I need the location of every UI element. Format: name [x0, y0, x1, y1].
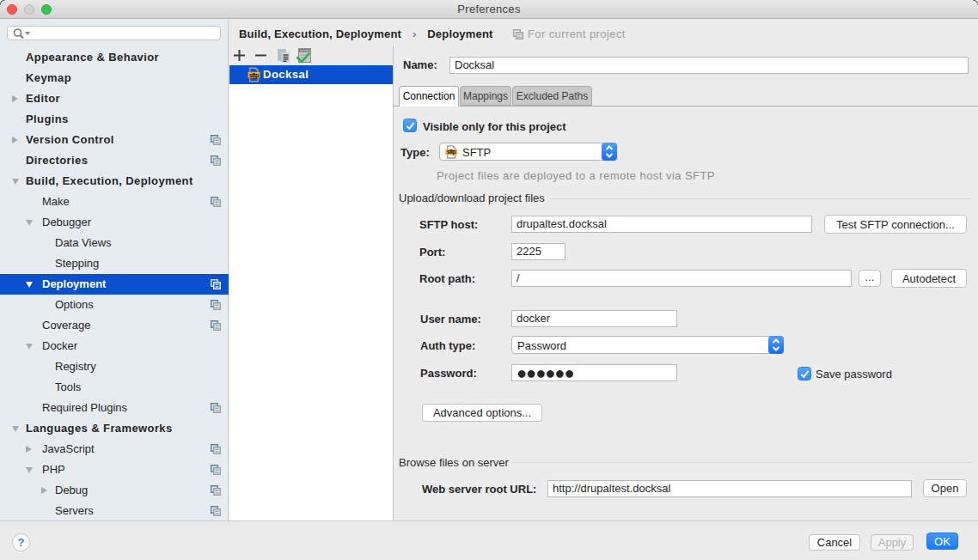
svg-text:sftp: sftp: [447, 149, 455, 155]
svg-text:sftp: sftp: [249, 72, 259, 79]
